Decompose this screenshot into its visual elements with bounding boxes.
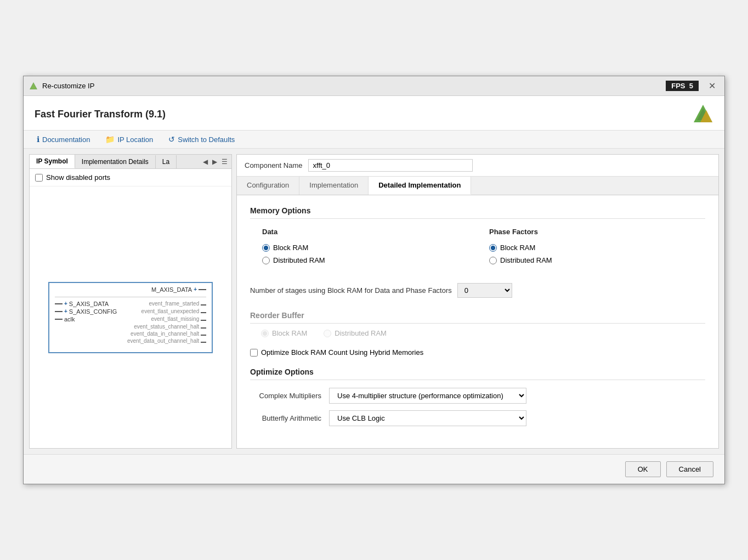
tab-next-button[interactable]: ▶ xyxy=(211,157,219,167)
port-line-1 xyxy=(199,289,206,290)
memory-options-section: Memory Options Data Phase Factors xyxy=(250,206,705,298)
info-icon: ℹ xyxy=(37,135,39,144)
reorder-block-ram-radio[interactable] xyxy=(261,330,269,337)
stages-row: Number of stages using Block RAM for Dat… xyxy=(250,283,705,298)
stages-label: Number of stages using Block RAM for Dat… xyxy=(250,286,452,295)
titlebar-title: Re-customize IP xyxy=(42,82,94,90)
main-content: IP Symbol Implementation Details La ◀ ▶ … xyxy=(24,149,724,454)
reorder-distributed-ram-radio[interactable] xyxy=(324,330,331,337)
event-data-out-halt: event_data_out_channel_halt xyxy=(127,338,206,344)
hybrid-memories-label[interactable]: Optimize Block RAM Count Using Hybrid Me… xyxy=(261,348,423,357)
data-distributed-ram-label[interactable]: Distributed RAM xyxy=(273,256,325,264)
component-name-label: Component Name xyxy=(245,161,303,169)
documentation-button[interactable]: ℹ Documentation xyxy=(35,134,92,145)
tab-content: Memory Options Data Phase Factors xyxy=(237,195,718,448)
toolbar: ℹ Documentation 📁 IP Location ↺ Switch t… xyxy=(24,131,724,149)
dialog-header: Fast Fourier Transform (9.1) xyxy=(24,96,724,131)
event-tlast-missing: event_tlast_missing xyxy=(151,316,206,322)
port-row-status-halt: event_status_channel_halt xyxy=(55,324,206,330)
port-row-s-axis-config: + S_AXIS_CONFIG event_tlast_unexpected xyxy=(55,308,206,315)
complex-multipliers-label: Complex Multipliers xyxy=(250,392,321,400)
butterfly-arithmetic-row: Butterfly Arithmetic Use CLB Logic Use D… xyxy=(250,410,705,426)
tab-ip-symbol[interactable]: IP Symbol xyxy=(30,155,75,168)
expand-s-axis-data[interactable]: + xyxy=(64,301,67,307)
data-column-header: Data xyxy=(251,225,477,240)
cancel-button[interactable]: Cancel xyxy=(666,461,713,477)
phase-options-cell: Block RAM Distributed RAM xyxy=(478,241,704,271)
stages-select[interactable]: 0 1 2 3 xyxy=(457,283,512,298)
reorder-block-ram-label[interactable]: Block RAM xyxy=(272,329,307,337)
ok-button[interactable]: OK xyxy=(625,461,661,477)
close-button[interactable]: ✕ xyxy=(705,80,719,92)
folder-icon: 📁 xyxy=(105,135,115,144)
port-row-aclk: aclk event_tlast_missing xyxy=(55,316,206,323)
tab-implementation-details[interactable]: Implementation Details xyxy=(75,155,156,168)
hybrid-memories-checkbox[interactable] xyxy=(250,349,258,357)
titlebar-left: Re-customize IP xyxy=(29,82,94,90)
reorder-buffer-title: Reorder Buffer xyxy=(250,311,705,324)
fps-display: FPS 5 xyxy=(666,81,699,91)
phase-block-ram-option: Block RAM xyxy=(489,244,693,252)
data-distributed-ram-radio[interactable] xyxy=(262,257,270,264)
panel-tab-controls: ◀ ▶ ☰ xyxy=(201,157,231,167)
tab-configuration[interactable]: Configuration xyxy=(237,177,299,195)
app-icon xyxy=(29,82,38,90)
ip-location-button[interactable]: 📁 IP Location xyxy=(103,134,155,145)
titlebar: Re-customize IP FPS 5 ✕ xyxy=(24,76,724,96)
main-dialog: Re-customize IP FPS 5 ✕ Fast Fourier Tra… xyxy=(23,76,725,484)
phase-distributed-ram-label[interactable]: Distributed RAM xyxy=(500,256,552,264)
symbol-area: M_AXIS_DATA + + S_AXIS_DATA xyxy=(30,186,231,448)
panel-tabs: IP Symbol Implementation Details La ◀ ▶ … xyxy=(30,155,231,169)
show-disabled-ports-label[interactable]: Show disabled ports xyxy=(46,173,110,182)
phase-block-ram-label[interactable]: Block RAM xyxy=(500,244,535,252)
port-m-axis-data: M_AXIS_DATA + xyxy=(151,286,206,293)
tab-menu-button[interactable]: ☰ xyxy=(220,157,229,167)
tab-implementation[interactable]: Implementation xyxy=(299,177,369,195)
port-row-s-axis-data: + S_AXIS_DATA event_frame_started xyxy=(55,301,206,307)
butterfly-arithmetic-select[interactable]: Use CLB Logic Use DSP48 xyxy=(329,410,526,426)
optimize-options-title: Optimize Options xyxy=(250,367,705,380)
tab-la[interactable]: La xyxy=(156,155,177,168)
optimize-options-section: Optimize Options Complex Multipliers Use… xyxy=(250,367,705,426)
data-block-ram-cell: Block RAM Distributed RAM xyxy=(251,241,477,271)
component-name-input[interactable] xyxy=(308,159,473,172)
event-frame-started: event_frame_started xyxy=(149,301,207,307)
reorder-block-ram-option: Block RAM xyxy=(261,329,307,337)
tab-prev-button[interactable]: ◀ xyxy=(201,157,209,167)
butterfly-arithmetic-label: Butterfly Arithmetic xyxy=(250,414,321,422)
hybrid-memories-row: Optimize Block RAM Count Using Hybrid Me… xyxy=(250,348,705,357)
left-panel: IP Symbol Implementation Details La ◀ ▶ … xyxy=(29,154,232,449)
reorder-distributed-ram-option: Distributed RAM xyxy=(324,329,387,337)
phase-factors-column-header: Phase Factors xyxy=(478,225,704,240)
component-name-row: Component Name xyxy=(237,155,718,177)
tab-detailed-implementation[interactable]: Detailed Implementation xyxy=(369,177,471,195)
port-row-data-out-halt: event_data_out_channel_halt xyxy=(55,338,206,344)
dialog-footer: OK Cancel xyxy=(24,454,724,484)
data-block-ram-radio[interactable] xyxy=(262,244,270,252)
show-disabled-ports-row: Show disabled ports xyxy=(35,173,226,182)
reorder-buffer-section: Reorder Buffer Block RAM Distributed RAM xyxy=(250,311,705,357)
event-tlast-unexpected: event_tlast_unexpected xyxy=(141,308,206,314)
phase-block-ram-radio[interactable] xyxy=(489,244,497,252)
phase-distributed-ram-radio[interactable] xyxy=(489,257,497,264)
switch-defaults-button[interactable]: ↺ Switch to Defaults xyxy=(166,134,237,145)
panel-options: Show disabled ports xyxy=(30,169,231,186)
bus-icon-m-axis: + xyxy=(194,286,197,292)
refresh-icon: ↺ xyxy=(168,135,175,144)
phase-distributed-ram-option: Distributed RAM xyxy=(489,256,693,264)
event-status-channel-halt: event_status_channel_halt xyxy=(134,324,206,330)
memory-options-title: Memory Options xyxy=(250,206,705,219)
complex-multipliers-select[interactable]: Use 4-multiplier structure (performance … xyxy=(329,388,526,404)
port-row-data-in-halt: event_data_in_channel_halt xyxy=(55,331,206,337)
reorder-distributed-ram-label[interactable]: Distributed RAM xyxy=(335,329,387,337)
config-tabs: Configuration Implementation Detailed Im… xyxy=(237,177,718,195)
ip-symbol-box: M_AXIS_DATA + + S_AXIS_DATA xyxy=(48,282,213,353)
show-disabled-ports-checkbox[interactable] xyxy=(35,174,43,182)
reorder-buffer-options: Block RAM Distributed RAM xyxy=(250,329,705,342)
expand-s-axis-config[interactable]: + xyxy=(64,308,67,314)
data-block-ram-label[interactable]: Block RAM xyxy=(273,244,308,252)
memory-table: Data Phase Factors Block RAM xyxy=(250,224,705,272)
vivado-logo xyxy=(693,104,713,125)
data-block-ram-option: Block RAM xyxy=(262,244,466,252)
data-distributed-ram-option: Distributed RAM xyxy=(262,256,466,264)
